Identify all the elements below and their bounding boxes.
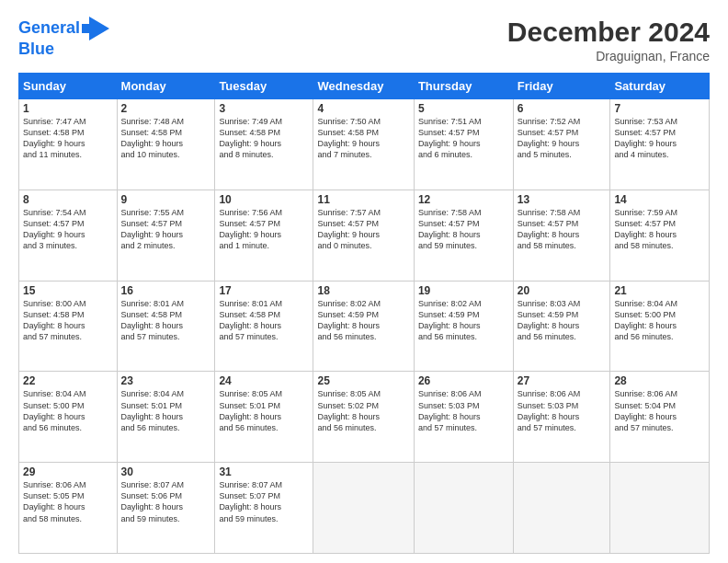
calendar-cell: 6Sunrise: 7:52 AM Sunset: 4:57 PM Daylig… — [513, 99, 610, 190]
day-number: 2 — [121, 102, 211, 115]
logo: General Blue — [18, 17, 109, 59]
day-number: 22 — [23, 374, 113, 387]
day-number: 20 — [518, 284, 607, 297]
day-info: Sunrise: 7:47 AM Sunset: 4:58 PM Dayligh… — [23, 116, 113, 161]
day-number: 15 — [23, 284, 113, 297]
logo-icon — [82, 17, 109, 40]
day-info: Sunrise: 7:58 AM Sunset: 4:57 PM Dayligh… — [418, 207, 509, 252]
calendar-cell: 29Sunrise: 8:06 AM Sunset: 5:05 PM Dayli… — [19, 463, 118, 554]
day-info: Sunrise: 7:58 AM Sunset: 4:57 PM Dayligh… — [518, 207, 607, 252]
calendar-cell: 23Sunrise: 8:04 AM Sunset: 5:01 PM Dayli… — [117, 372, 215, 463]
day-number: 18 — [317, 284, 409, 297]
calendar-cell — [610, 463, 710, 554]
day-number: 29 — [23, 465, 113, 478]
calendar-cell: 28Sunrise: 8:06 AM Sunset: 5:04 PM Dayli… — [610, 372, 710, 463]
day-number: 13 — [518, 193, 607, 206]
day-number: 10 — [219, 193, 309, 206]
day-number: 19 — [418, 284, 509, 297]
calendar-cell: 25Sunrise: 8:05 AM Sunset: 5:02 PM Dayli… — [313, 372, 414, 463]
calendar-cell: 9Sunrise: 7:55 AM Sunset: 4:57 PM Daylig… — [117, 190, 215, 281]
day-info: Sunrise: 8:06 AM Sunset: 5:03 PM Dayligh… — [418, 388, 509, 433]
day-number: 23 — [121, 374, 211, 387]
day-number: 21 — [614, 284, 705, 297]
day-info: Sunrise: 8:06 AM Sunset: 5:03 PM Dayligh… — [518, 388, 607, 433]
calendar-table: SundayMondayTuesdayWednesdayThursdayFrid… — [18, 73, 710, 554]
calendar-cell — [513, 463, 610, 554]
month-title: December 2024 — [507, 17, 710, 47]
calendar-col-header: Sunday — [19, 74, 118, 99]
day-info: Sunrise: 8:05 AM Sunset: 5:02 PM Dayligh… — [317, 388, 409, 433]
day-info: Sunrise: 7:59 AM Sunset: 4:57 PM Dayligh… — [614, 207, 705, 252]
calendar-cell: 22Sunrise: 8:04 AM Sunset: 5:00 PM Dayli… — [19, 372, 118, 463]
calendar-col-header: Wednesday — [313, 74, 414, 99]
day-info: Sunrise: 7:56 AM Sunset: 4:57 PM Dayligh… — [219, 207, 309, 252]
calendar-cell: 3Sunrise: 7:49 AM Sunset: 4:58 PM Daylig… — [215, 99, 313, 190]
calendar-cell: 2Sunrise: 7:48 AM Sunset: 4:58 PM Daylig… — [117, 99, 215, 190]
day-info: Sunrise: 7:54 AM Sunset: 4:57 PM Dayligh… — [23, 207, 113, 252]
calendar-cell: 4Sunrise: 7:50 AM Sunset: 4:58 PM Daylig… — [313, 99, 414, 190]
day-info: Sunrise: 8:07 AM Sunset: 5:07 PM Dayligh… — [219, 479, 309, 524]
calendar-cell: 27Sunrise: 8:06 AM Sunset: 5:03 PM Dayli… — [513, 372, 610, 463]
day-info: Sunrise: 8:07 AM Sunset: 5:06 PM Dayligh… — [121, 479, 211, 524]
calendar-week-row: 8Sunrise: 7:54 AM Sunset: 4:57 PM Daylig… — [19, 190, 710, 281]
calendar-header-row: SundayMondayTuesdayWednesdayThursdayFrid… — [19, 74, 710, 99]
calendar-cell: 15Sunrise: 8:00 AM Sunset: 4:58 PM Dayli… — [19, 281, 118, 372]
day-info: Sunrise: 8:01 AM Sunset: 4:58 PM Dayligh… — [121, 298, 211, 343]
calendar-cell: 19Sunrise: 8:02 AM Sunset: 4:59 PM Dayli… — [414, 281, 513, 372]
calendar-cell: 21Sunrise: 8:04 AM Sunset: 5:00 PM Dayli… — [610, 281, 710, 372]
calendar-cell: 12Sunrise: 7:58 AM Sunset: 4:57 PM Dayli… — [414, 190, 513, 281]
calendar-week-row: 22Sunrise: 8:04 AM Sunset: 5:00 PM Dayli… — [19, 372, 710, 463]
logo-subtext: Blue — [18, 40, 54, 58]
logo-text: General — [18, 19, 80, 38]
calendar-week-row: 15Sunrise: 8:00 AM Sunset: 4:58 PM Dayli… — [19, 281, 710, 372]
calendar-cell: 14Sunrise: 7:59 AM Sunset: 4:57 PM Dayli… — [610, 190, 710, 281]
calendar-cell: 30Sunrise: 8:07 AM Sunset: 5:06 PM Dayli… — [117, 463, 215, 554]
calendar-col-header: Monday — [117, 74, 215, 99]
calendar-cell: 16Sunrise: 8:01 AM Sunset: 4:58 PM Dayli… — [117, 281, 215, 372]
day-number: 16 — [121, 284, 211, 297]
calendar-cell: 26Sunrise: 8:06 AM Sunset: 5:03 PM Dayli… — [414, 372, 513, 463]
location-subtitle: Draguignan, France — [507, 49, 710, 63]
day-info: Sunrise: 8:05 AM Sunset: 5:01 PM Dayligh… — [219, 388, 309, 433]
day-number: 26 — [418, 374, 509, 387]
day-number: 17 — [219, 284, 309, 297]
day-number: 30 — [121, 465, 211, 478]
day-info: Sunrise: 8:04 AM Sunset: 5:00 PM Dayligh… — [23, 388, 113, 433]
page: General Blue December 2024 Draguignan, F… — [0, 0, 728, 563]
day-info: Sunrise: 7:51 AM Sunset: 4:57 PM Dayligh… — [418, 116, 509, 161]
day-info: Sunrise: 8:00 AM Sunset: 4:58 PM Dayligh… — [23, 298, 113, 343]
day-number: 12 — [418, 193, 509, 206]
day-info: Sunrise: 8:04 AM Sunset: 5:00 PM Dayligh… — [614, 298, 705, 343]
day-info: Sunrise: 8:02 AM Sunset: 4:59 PM Dayligh… — [418, 298, 509, 343]
day-info: Sunrise: 8:06 AM Sunset: 5:04 PM Dayligh… — [614, 388, 705, 433]
svg-marker-0 — [82, 17, 109, 40]
day-number: 4 — [317, 102, 409, 115]
day-number: 9 — [121, 193, 211, 206]
calendar-cell: 10Sunrise: 7:56 AM Sunset: 4:57 PM Dayli… — [215, 190, 313, 281]
calendar-cell: 7Sunrise: 7:53 AM Sunset: 4:57 PM Daylig… — [610, 99, 710, 190]
day-info: Sunrise: 7:52 AM Sunset: 4:57 PM Dayligh… — [518, 116, 607, 161]
day-info: Sunrise: 8:02 AM Sunset: 4:59 PM Dayligh… — [317, 298, 409, 343]
calendar-week-row: 29Sunrise: 8:06 AM Sunset: 5:05 PM Dayli… — [19, 463, 710, 554]
calendar-cell — [313, 463, 414, 554]
day-info: Sunrise: 7:50 AM Sunset: 4:58 PM Dayligh… — [317, 116, 409, 161]
day-number: 11 — [317, 193, 409, 206]
calendar-cell: 17Sunrise: 8:01 AM Sunset: 4:58 PM Dayli… — [215, 281, 313, 372]
day-info: Sunrise: 8:04 AM Sunset: 5:01 PM Dayligh… — [121, 388, 211, 433]
calendar-cell: 20Sunrise: 8:03 AM Sunset: 4:59 PM Dayli… — [513, 281, 610, 372]
day-info: Sunrise: 7:53 AM Sunset: 4:57 PM Dayligh… — [614, 116, 705, 161]
day-info: Sunrise: 8:06 AM Sunset: 5:05 PM Dayligh… — [23, 479, 113, 524]
calendar-cell: 18Sunrise: 8:02 AM Sunset: 4:59 PM Dayli… — [313, 281, 414, 372]
header: General Blue December 2024 Draguignan, F… — [18, 17, 710, 63]
day-number: 27 — [518, 374, 607, 387]
day-number: 3 — [219, 102, 309, 115]
title-area: December 2024 Draguignan, France — [507, 17, 710, 63]
calendar-col-header: Friday — [513, 74, 610, 99]
calendar-col-header: Thursday — [414, 74, 513, 99]
day-number: 8 — [23, 193, 113, 206]
day-number: 1 — [23, 102, 113, 115]
calendar-cell: 24Sunrise: 8:05 AM Sunset: 5:01 PM Dayli… — [215, 372, 313, 463]
calendar-cell: 8Sunrise: 7:54 AM Sunset: 4:57 PM Daylig… — [19, 190, 118, 281]
day-info: Sunrise: 8:01 AM Sunset: 4:58 PM Dayligh… — [219, 298, 309, 343]
day-number: 6 — [518, 102, 607, 115]
